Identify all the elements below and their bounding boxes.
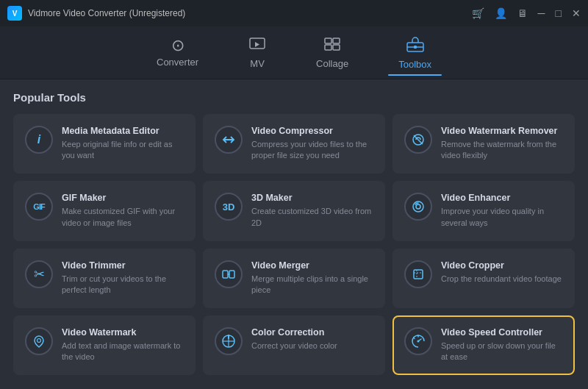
media-metadata-editor-icon: i bbox=[25, 126, 53, 154]
media-metadata-editor-desc: Keep original file info or edit as you w… bbox=[62, 139, 184, 162]
video-compressor-icon bbox=[215, 126, 243, 154]
video-merger-title: Video Merger bbox=[251, 260, 373, 271]
toolbox-icon bbox=[406, 35, 425, 56]
minimize-icon[interactable]: ─ bbox=[538, 8, 545, 18]
color-correction-icon bbox=[215, 327, 243, 355]
tool-card-video-enhancer[interactable]: Video Enhancer Improve your video qualit… bbox=[392, 181, 575, 240]
tool-grid: i Media Metadata Editor Keep original fi… bbox=[13, 114, 575, 375]
tool-card-3d-maker[interactable]: 3D 3D Maker Create customized 3D video f… bbox=[203, 181, 385, 240]
nav-item-collage[interactable]: Collage bbox=[306, 32, 359, 74]
close-icon[interactable]: ✕ bbox=[572, 8, 581, 18]
gif-maker-title: GIF Maker bbox=[62, 193, 184, 203]
mv-icon bbox=[248, 36, 266, 55]
tool-card-video-trimmer[interactable]: ✂ Video Trimmer Trim or cut your videos … bbox=[13, 249, 196, 308]
svg-rect-7 bbox=[414, 46, 417, 49]
title-bar-left: V Vidmore Video Converter (Unregistered) bbox=[7, 6, 185, 21]
video-cropper-icon bbox=[404, 260, 432, 288]
video-speed-controller-icon bbox=[404, 327, 432, 355]
svg-rect-3 bbox=[325, 45, 331, 50]
video-watermark-title: Video Watermark bbox=[62, 327, 184, 338]
tool-card-color-correction[interactable]: Color Correction Correct your video colo… bbox=[203, 315, 385, 375]
svg-rect-1 bbox=[325, 38, 331, 43]
nav-label-converter: Converter bbox=[157, 57, 198, 68]
svg-point-19 bbox=[37, 338, 41, 342]
video-watermark-remover-desc: Remove the watermark from the video flex… bbox=[441, 139, 563, 162]
title-bar: V Vidmore Video Converter (Unregistered)… bbox=[0, 0, 588, 26]
video-watermark-icon bbox=[25, 327, 53, 355]
app-icon: V bbox=[7, 6, 22, 21]
user-icon[interactable]: 👤 bbox=[495, 8, 507, 18]
video-trimmer-title: Video Trimmer bbox=[62, 260, 184, 271]
main-content: Popular Tools i Media Metadata Editor Ke… bbox=[0, 79, 588, 389]
svg-line-25 bbox=[418, 339, 421, 341]
svg-rect-4 bbox=[333, 45, 340, 50]
3d-maker-title: 3D Maker bbox=[251, 193, 373, 203]
gif-maker-icon: GIF bbox=[25, 193, 53, 221]
nav-label-toolbox: Toolbox bbox=[398, 59, 431, 70]
tool-card-video-cropper[interactable]: Video Cropper Crop the redundant video f… bbox=[392, 249, 575, 308]
video-speed-controller-desc: Speed up or slow down your file at ease bbox=[441, 340, 563, 363]
nav-label-mv: MV bbox=[250, 58, 265, 69]
title-bar-controls: 🛒 👤 🖥 ─ □ ✕ bbox=[472, 8, 581, 18]
svg-rect-2 bbox=[333, 38, 340, 43]
video-cropper-desc: Crop the redundant video footage bbox=[441, 274, 563, 285]
tool-card-media-metadata-editor[interactable]: i Media Metadata Editor Keep original fi… bbox=[13, 114, 196, 174]
cart-icon[interactable]: 🛒 bbox=[472, 8, 484, 18]
tool-card-gif-maker[interactable]: GIF GIF Maker Make customized GIF with y… bbox=[13, 181, 196, 240]
media-metadata-editor-title: Media Metadata Editor bbox=[62, 126, 184, 136]
video-watermark-remover-title: Video Watermark Remover bbox=[441, 126, 563, 136]
video-enhancer-icon bbox=[404, 193, 432, 221]
converter-icon: ⊙ bbox=[171, 38, 184, 54]
video-cropper-title: Video Cropper bbox=[441, 260, 563, 271]
tool-card-video-watermark[interactable]: Video Watermark Add text and image water… bbox=[13, 315, 196, 375]
tool-card-video-watermark-remover[interactable]: Video Watermark Remover Remove the water… bbox=[392, 114, 575, 174]
gif-maker-desc: Make customized GIF with your video or i… bbox=[62, 206, 184, 229]
tool-card-video-merger[interactable]: Video Merger Merge multiple clips into a… bbox=[203, 249, 385, 308]
video-enhancer-desc: Improve your video quality in several wa… bbox=[441, 206, 563, 229]
video-trimmer-desc: Trim or cut your videos to the perfect l… bbox=[62, 274, 184, 296]
video-compressor-title: Video Compressor bbox=[251, 126, 373, 136]
maximize-icon[interactable]: □ bbox=[556, 8, 562, 18]
video-watermark-remover-icon bbox=[404, 126, 432, 154]
video-compressor-desc: Compress your video files to the proper … bbox=[251, 139, 373, 162]
svg-point-12 bbox=[416, 204, 420, 209]
nav-item-toolbox[interactable]: Toolbox bbox=[388, 31, 442, 74]
nav-item-mv[interactable]: MV bbox=[238, 32, 276, 74]
tv-icon[interactable]: 🖥 bbox=[517, 8, 528, 18]
video-speed-controller-title: Video Speed Controller bbox=[441, 327, 563, 338]
3d-maker-desc: Create customized 3D video from 2D bbox=[251, 206, 373, 229]
video-watermark-desc: Add text and image watermark to the vide… bbox=[62, 340, 184, 363]
color-correction-desc: Correct your video color bbox=[251, 340, 373, 351]
video-merger-desc: Merge multiple clips into a single piece bbox=[251, 274, 373, 296]
tool-card-video-speed-controller[interactable]: Video Speed Controller Speed up or slow … bbox=[392, 315, 575, 375]
svg-rect-13 bbox=[223, 271, 228, 278]
color-correction-title: Color Correction bbox=[251, 327, 373, 338]
tool-card-video-compressor[interactable]: Video Compressor Compress your video fil… bbox=[203, 114, 385, 174]
nav-item-converter[interactable]: ⊙ Converter bbox=[146, 33, 209, 72]
collage-icon bbox=[323, 36, 341, 55]
video-enhancer-title: Video Enhancer bbox=[441, 193, 563, 203]
svg-rect-16 bbox=[414, 270, 423, 279]
video-merger-icon bbox=[215, 260, 243, 288]
app-title: Vidmore Video Converter (Unregistered) bbox=[28, 8, 185, 18]
nav-bar: ⊙ Converter MV Collage bbox=[0, 26, 588, 79]
3d-maker-icon: 3D bbox=[215, 193, 243, 221]
svg-rect-14 bbox=[229, 271, 234, 278]
section-title: Popular Tools bbox=[13, 91, 575, 104]
video-trimmer-icon: ✂ bbox=[25, 260, 53, 288]
nav-label-collage: Collage bbox=[316, 58, 348, 69]
svg-line-10 bbox=[414, 135, 423, 144]
